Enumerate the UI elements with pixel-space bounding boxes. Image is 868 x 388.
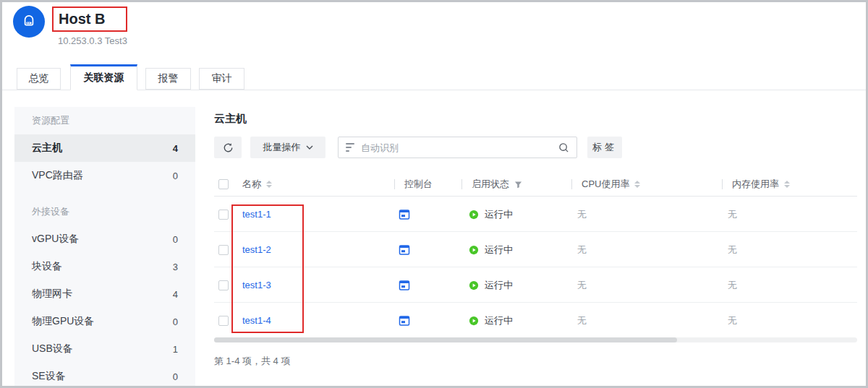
table-header: 名称 控制台 启用状态 CPU使用率 内存使用率 xyxy=(214,172,857,197)
host-detail-page: Host B 10.253.0.3 Test3 总览 关联资源 报警 审计 资源… xyxy=(0,0,868,388)
page-title: Host B xyxy=(59,11,105,27)
running-status-icon xyxy=(469,245,479,255)
status-text: 运行中 xyxy=(485,208,513,221)
vm-name-link[interactable]: test1-3 xyxy=(242,280,271,290)
table-row: test1-4 运行中 无 无 xyxy=(214,303,857,338)
column-label: 启用状态 xyxy=(472,178,509,191)
row-checkbox[interactable] xyxy=(218,210,229,220)
row-checkbox[interactable] xyxy=(218,280,229,290)
host-avatar xyxy=(13,6,45,38)
tab-label: 审计 xyxy=(212,72,232,85)
running-status-icon xyxy=(469,316,479,326)
tab-overview[interactable]: 总览 xyxy=(17,68,61,90)
column-separator xyxy=(394,179,395,189)
cpu-usage-value: 无 xyxy=(577,197,587,232)
memory-usage-value: 无 xyxy=(728,303,737,338)
column-label: 名称 xyxy=(242,178,261,191)
tab-label: 关联资源 xyxy=(84,72,124,85)
sidebar-item-count: 0 xyxy=(173,371,178,382)
sidebar-item-count: 4 xyxy=(173,289,178,300)
sort-icon[interactable] xyxy=(266,181,272,188)
row-checkbox[interactable] xyxy=(218,245,229,255)
sidebar-item-label: 物理网卡 xyxy=(32,288,72,301)
cpu-usage-value: 无 xyxy=(577,232,587,267)
refresh-button[interactable] xyxy=(214,137,242,158)
search-filter-icon[interactable] xyxy=(346,143,354,152)
sidebar-item-count: 1 xyxy=(173,344,178,355)
resource-sidebar: 资源配置 云主机 4 VPC路由器 0 外接设备 vGPU设备 0 块设备 3 … xyxy=(14,107,195,386)
section-title-vm: 云主机 xyxy=(214,112,247,126)
table-body: test1-1 运行中 无 无 test1-2 xyxy=(214,197,857,338)
sidebar-item-label: SE设备 xyxy=(32,370,66,383)
sidebar-item-count: 0 xyxy=(173,171,178,181)
column-separator xyxy=(571,179,572,189)
status-text: 运行中 xyxy=(485,314,513,327)
search-icon[interactable] xyxy=(558,142,569,153)
vm-name-link[interactable]: test1-4 xyxy=(242,315,271,326)
column-header-cpu[interactable]: CPU使用率 xyxy=(571,172,640,197)
tab-bar: 总览 关联资源 报警 审计 xyxy=(2,65,866,90)
host-icon xyxy=(20,13,38,30)
sidebar-item-vgpu[interactable]: vGPU设备 0 xyxy=(14,225,195,253)
cpu-usage-value: 无 xyxy=(577,267,587,303)
horizontal-scrollbar-track[interactable] xyxy=(214,337,857,342)
vm-name-link[interactable]: test1-2 xyxy=(242,244,271,255)
console-icon[interactable] xyxy=(399,244,410,256)
column-label: 内存使用率 xyxy=(732,178,779,191)
tag-button[interactable]: 标签 xyxy=(587,137,622,158)
sidebar-section-resource-config: 资源配置 xyxy=(14,107,195,134)
cpu-usage-value: 无 xyxy=(577,303,587,338)
column-separator xyxy=(461,179,462,189)
sort-icon[interactable] xyxy=(634,181,640,188)
sidebar-item-label: 块设备 xyxy=(32,260,62,273)
horizontal-scrollbar-thumb[interactable] xyxy=(214,337,677,342)
tab-label: 总览 xyxy=(29,72,49,85)
sidebar-item-se[interactable]: SE设备 0 xyxy=(14,363,195,388)
pagination-summary: 第 1-4 项，共 4 项 xyxy=(214,355,290,368)
sidebar-item-vm[interactable]: 云主机 4 xyxy=(14,134,195,162)
console-icon[interactable] xyxy=(399,315,410,327)
search-input[interactable] xyxy=(361,142,552,153)
column-separator xyxy=(722,179,723,189)
column-header-name[interactable]: 名称 xyxy=(242,172,272,197)
memory-usage-value: 无 xyxy=(728,267,737,303)
select-all-checkbox[interactable] xyxy=(218,179,229,189)
sidebar-item-physical-nic[interactable]: 物理网卡 4 xyxy=(14,280,195,308)
host-subtitle: 10.253.0.3 Test3 xyxy=(58,35,127,46)
column-header-state[interactable]: 启用状态 xyxy=(461,172,522,197)
sidebar-item-block-device[interactable]: 块设备 3 xyxy=(14,253,195,280)
sidebar-item-label: VPC路由器 xyxy=(32,169,83,182)
table-row: test1-3 运行中 无 无 xyxy=(214,267,857,303)
filter-funnel-icon[interactable] xyxy=(514,181,522,189)
running-status-icon xyxy=(469,280,479,290)
sidebar-item-label: vGPU设备 xyxy=(32,233,79,246)
console-icon[interactable] xyxy=(399,280,410,291)
tab-related-resources[interactable]: 关联资源 xyxy=(70,64,137,90)
sidebar-item-count: 0 xyxy=(173,234,178,245)
sidebar-spacer xyxy=(14,189,195,198)
sidebar-item-usb[interactable]: USB设备 1 xyxy=(14,335,195,363)
sort-icon[interactable] xyxy=(784,181,790,188)
vm-name-link[interactable]: test1-1 xyxy=(242,209,271,220)
chevron-down-icon xyxy=(306,145,313,150)
sidebar-item-physical-gpu[interactable]: 物理GPU设备 0 xyxy=(14,308,195,335)
refresh-icon xyxy=(223,142,234,153)
row-checkbox[interactable] xyxy=(218,316,229,326)
status-text: 运行中 xyxy=(485,243,513,256)
column-header-memory[interactable]: 内存使用率 xyxy=(722,172,790,197)
sidebar-item-count: 0 xyxy=(173,316,178,327)
sidebar-section-external-devices: 外接设备 xyxy=(14,198,195,225)
sidebar-item-label: 云主机 xyxy=(32,142,62,155)
column-header-console: 控制台 xyxy=(394,172,433,197)
sidebar-item-vpc-router[interactable]: VPC路由器 0 xyxy=(14,162,195,189)
sidebar-item-label: USB设备 xyxy=(32,342,73,355)
column-label: CPU使用率 xyxy=(582,178,629,191)
status-text: 运行中 xyxy=(485,279,513,292)
console-icon[interactable] xyxy=(399,209,410,220)
memory-usage-value: 无 xyxy=(728,197,737,232)
memory-usage-value: 无 xyxy=(728,232,737,267)
tab-audit[interactable]: 审计 xyxy=(199,68,244,90)
table-row: test1-2 运行中 无 无 xyxy=(214,232,857,267)
tab-alarm[interactable]: 报警 xyxy=(145,68,191,90)
batch-actions-button[interactable]: 批量操作 xyxy=(250,137,326,158)
